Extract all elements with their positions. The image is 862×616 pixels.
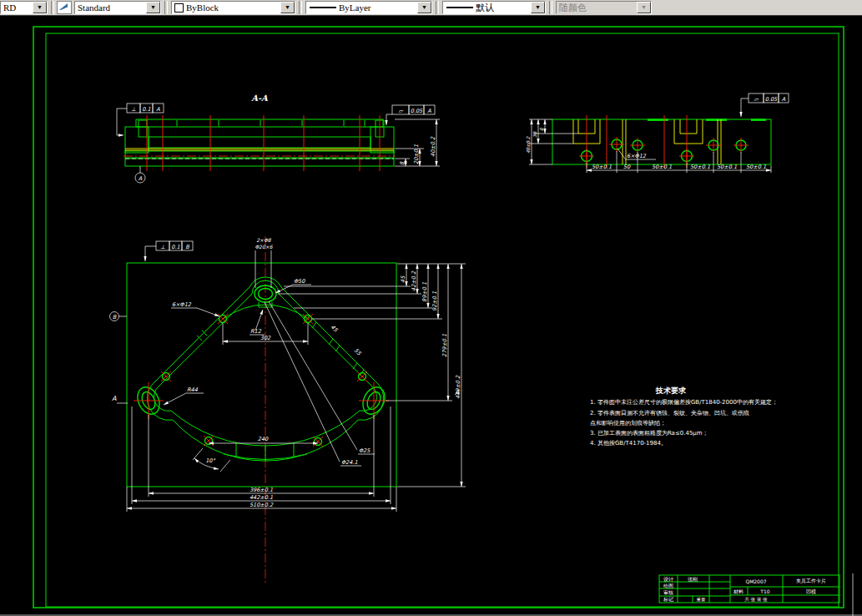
side-view-holes <box>579 137 749 164</box>
corner-hole-left <box>134 382 164 419</box>
svg-text:Φ20×6: Φ20×6 <box>255 244 273 250</box>
svg-text:396±0.1: 396±0.1 <box>250 487 273 493</box>
svg-text:40±0.2: 40±0.2 <box>526 136 531 154</box>
svg-text:⊥: ⊥ <box>160 244 165 250</box>
svg-text:▱: ▱ <box>399 108 404 114</box>
svg-text:A: A <box>156 106 160 113</box>
technical-requirements: 技术要求 1. 零件图中未注公差尺寸的极限偏差按GB/T1840-2000中的有… <box>590 386 778 447</box>
svg-text:279±0.1: 279±0.1 <box>441 334 448 357</box>
svg-text:材料: 材料 <box>733 588 744 595</box>
svg-text:Φ50: Φ50 <box>294 278 305 285</box>
plan-annotations: 2×Φ8 Φ20×6 Φ50 6×Φ12 R12 302 R44 240 <box>164 237 375 472</box>
svg-text:240: 240 <box>258 436 269 442</box>
toolbar-separator <box>299 1 302 14</box>
svg-text:张刚: 张刚 <box>688 576 698 583</box>
dropdown-arrow-icon[interactable]: ▼ <box>280 2 295 13</box>
dropdown-arrow-icon[interactable]: ▼ <box>33 2 47 13</box>
dropdown-arrow-icon[interactable]: ▼ <box>531 2 545 13</box>
drawing-canvas[interactable]: A-A ⊥ 0.1 A ▱ 0.05 A <box>0 15 862 616</box>
dimension-style-combo[interactable]: Standard ▼ <box>74 1 161 14</box>
plan-right-dimensions: 45 42±0.2 89±0.1 92±0.1 279±0.1 449±0.2 <box>278 264 466 487</box>
svg-text:标记: 标记 <box>663 596 673 603</box>
datum-a-symbol: A <box>135 166 145 183</box>
svg-text:审核: 审核 <box>663 589 673 595</box>
svg-text:50±0.1: 50±0.1 <box>746 164 766 170</box>
toolbar-separator <box>51 1 54 14</box>
svg-text:55: 55 <box>353 347 363 357</box>
small-holes <box>161 314 367 447</box>
part-name: 凹模 <box>806 588 816 594</box>
fcf-plan-perpendicularity: ⊥ 0.1 B <box>145 241 193 261</box>
svg-text:6×Φ12: 6×Φ12 <box>627 153 647 159</box>
svg-text:R44: R44 <box>187 386 199 393</box>
svg-text:点和影响使用的划痕等缺陷；: 点和影响使用的划痕等缺陷； <box>590 420 666 427</box>
svg-text:Φ25: Φ25 <box>359 447 371 454</box>
svg-text:42±0.2: 42±0.2 <box>411 270 417 291</box>
svg-text:2×Φ8: 2×Φ8 <box>256 237 272 243</box>
svg-text:▱: ▱ <box>754 96 759 103</box>
toolbar-separator <box>436 1 439 14</box>
toolbar-separator <box>164 1 168 14</box>
product-name: 夹具工件卡片 <box>796 578 826 584</box>
svg-text:0.05: 0.05 <box>411 108 423 114</box>
tech-req-title: 技术要求 <box>655 386 687 395</box>
corner-hole-right <box>359 382 389 419</box>
title-block: 设计 张刚 绘图 审核 标记 重量 QM2007 材料 T10 共 张 第 张 … <box>659 575 839 603</box>
svg-text:449±0.2: 449±0.2 <box>455 375 461 399</box>
svg-text:10°: 10° <box>205 457 215 464</box>
svg-text:3. 已加工表面的表面粗糙度为Ra≤0.45μm；: 3. 已加工表面的表面粗糙度为Ra≤0.45μm； <box>590 430 708 437</box>
svg-text:A: A <box>427 108 431 114</box>
svg-text:QM2007: QM2007 <box>745 578 766 584</box>
linetype-control-value: ByLayer <box>336 3 417 13</box>
lineweight-control-combo[interactable]: 默认 ▼ <box>442 1 546 14</box>
svg-text:8: 8 <box>539 128 544 131</box>
svg-text:442±0.1: 442±0.1 <box>250 494 273 501</box>
svg-text:6×Φ12: 6×Φ12 <box>172 301 192 308</box>
svg-text:8: 8 <box>399 161 406 165</box>
color-control-combo[interactable]: ByBlock ▼ <box>171 1 295 14</box>
svg-text:92±0.1: 92±0.1 <box>431 291 438 311</box>
svg-text:30: 30 <box>532 132 537 138</box>
svg-text:绘图: 绘图 <box>663 583 673 589</box>
color-swatch-icon <box>174 3 184 13</box>
color-control-value: ByBlock <box>184 3 280 13</box>
svg-text:⊥: ⊥ <box>131 106 136 113</box>
svg-text:50±0.1: 50±0.1 <box>717 164 737 170</box>
sheet-border <box>0 27 862 616</box>
side-view: 6×Φ12 ▱ 0.05 A 50±0.1 50 50±0.1 50±0.1 <box>526 93 789 173</box>
svg-text:50: 50 <box>623 164 631 170</box>
svg-text:0.05: 0.05 <box>765 96 778 103</box>
svg-text:Φ24.1: Φ24.1 <box>341 459 358 466</box>
dropdown-arrow-icon[interactable]: ▼ <box>417 2 431 13</box>
svg-text:50±0.1: 50±0.1 <box>652 164 672 170</box>
dropdown-arrow-icon: ▼ <box>637 2 651 13</box>
section-arrow-label-left: A <box>112 395 117 402</box>
fcf-flatness: ▱ 0.05 A <box>386 105 435 125</box>
dropdown-arrow-icon[interactable]: ▼ <box>146 2 160 13</box>
lineweight-sample-icon <box>446 7 473 8</box>
svg-text:B: B <box>113 314 117 321</box>
dimension-style-value: Standard <box>75 3 146 13</box>
svg-text:45: 45 <box>400 275 406 283</box>
section-title: A-A <box>250 93 269 103</box>
lineweight-control-value: 默认 <box>473 2 531 14</box>
svg-text:50±0.1: 50±0.1 <box>592 164 612 170</box>
svg-text:20±0.1: 20±0.1 <box>413 144 420 164</box>
fcf-side-flatness: ▱ 0.05 A <box>741 93 789 117</box>
svg-text:重量: 重量 <box>697 597 707 602</box>
svg-text:45: 45 <box>330 324 340 334</box>
svg-text:A: A <box>782 96 786 103</box>
section-view-aa: A-A ⊥ 0.1 A ▱ 0.05 A <box>117 93 440 183</box>
svg-text:89±0.1: 89±0.1 <box>421 282 428 302</box>
svg-text:40±0.2: 40±0.2 <box>430 136 436 157</box>
svg-text:0.1: 0.1 <box>142 106 150 113</box>
svg-text:510±0.2: 510±0.2 <box>250 502 274 508</box>
text-style-name-combo[interactable]: RD ▼ <box>0 1 48 14</box>
linetype-control-combo[interactable]: ByLayer ▼ <box>305 1 432 14</box>
section-dimensions: 8 20±0.1 40±0.2 <box>395 119 440 166</box>
toolbar-separator <box>549 1 552 14</box>
text-style-icon[interactable] <box>57 1 72 14</box>
svg-text:A: A <box>139 175 143 182</box>
svg-text:4. 其他按GB/T4170-1984。: 4. 其他按GB/T4170-1984。 <box>590 440 667 447</box>
plotstyle-control-combo: 随颜色 ▼ <box>556 1 652 14</box>
